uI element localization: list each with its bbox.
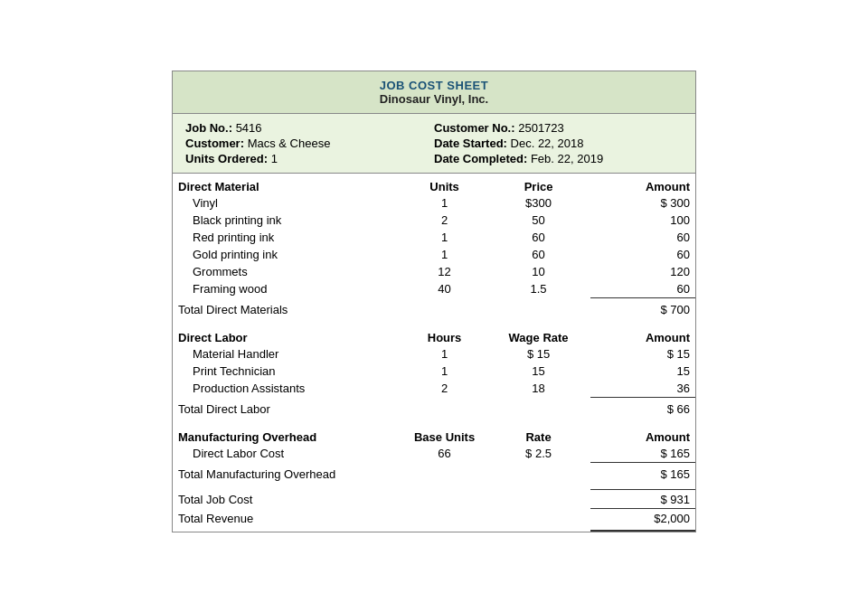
job-no-field: Job No.: 5416 bbox=[185, 121, 434, 135]
item-price: 1.5 bbox=[486, 280, 591, 298]
customer-value: Macs & Cheese bbox=[248, 137, 331, 150]
total-job-cost-row: Total Job Cost $ 931 bbox=[173, 490, 695, 509]
item-hours: 1 bbox=[402, 345, 486, 363]
direct-materials-header-row: Direct Material Units Price Amount bbox=[173, 174, 695, 194]
item-units: 40 bbox=[402, 280, 486, 298]
sheet-subtitle: Dinosaur Vinyl, Inc. bbox=[182, 92, 686, 106]
body-section: Direct Material Units Price Amount Vinyl… bbox=[173, 174, 695, 532]
dl-col-amount: Amount bbox=[590, 325, 695, 345]
item-units: 12 bbox=[402, 263, 486, 280]
total-dl-label: Total Direct Labor bbox=[173, 398, 402, 419]
date-completed-value: Feb. 22, 2019 bbox=[531, 152, 603, 165]
job-no-value: 5416 bbox=[236, 121, 262, 135]
date-started-field: Date Started: Dec. 22, 2018 bbox=[434, 137, 683, 150]
item-units: 1 bbox=[402, 229, 486, 246]
oh-col-amount: Amount bbox=[590, 424, 695, 445]
item-name: Print Technician bbox=[173, 363, 402, 380]
total-direct-materials-row: Total Direct Materials $ 700 bbox=[173, 298, 695, 320]
dl-col-wage: Wage Rate bbox=[486, 325, 591, 345]
date-started-label: Date Started: bbox=[434, 137, 507, 150]
item-units: 2 bbox=[402, 212, 486, 229]
total-oh-label: Total Manufacturing Overhead bbox=[173, 463, 402, 485]
item-amount: 36 bbox=[590, 380, 695, 398]
table-row: Production Assistants 2 18 36 bbox=[173, 380, 695, 398]
item-name: Framing wood bbox=[173, 280, 402, 298]
item-name: Grommets bbox=[173, 263, 402, 280]
table-row: Grommets 12 10 120 bbox=[173, 263, 695, 280]
item-wage: 15 bbox=[486, 363, 591, 380]
table-row: Print Technician 1 15 15 bbox=[173, 363, 695, 380]
table-row: Gold printing ink 1 60 60 bbox=[173, 246, 695, 263]
dm-section-label: Direct Material bbox=[173, 174, 402, 194]
oh-section-label: Manufacturing Overhead bbox=[173, 424, 402, 445]
item-amount: 60 bbox=[590, 229, 695, 246]
item-rate: $ 2.5 bbox=[486, 445, 591, 463]
units-ordered-field: Units Ordered: 1 bbox=[185, 152, 434, 165]
table-row: Framing wood 40 1.5 60 bbox=[173, 280, 695, 298]
item-amount: $ 15 bbox=[590, 345, 695, 363]
item-price: 10 bbox=[486, 263, 591, 280]
sheet-header: JOB COST SHEET Dinosaur Vinyl, Inc. bbox=[173, 71, 695, 114]
total-dm-amount: $ 700 bbox=[590, 298, 695, 320]
item-name: Gold printing ink bbox=[173, 246, 402, 263]
item-price: 60 bbox=[486, 246, 591, 263]
overhead-header-row: Manufacturing Overhead Base Units Rate A… bbox=[173, 424, 695, 445]
item-hours: 2 bbox=[402, 380, 486, 398]
item-price: $300 bbox=[486, 194, 591, 212]
item-amount: 120 bbox=[590, 263, 695, 280]
total-revenue-amount: $2,000 bbox=[590, 509, 695, 532]
customer-label: Customer: bbox=[185, 137, 244, 150]
item-amount: $ 165 bbox=[590, 445, 695, 463]
item-name: Material Handler bbox=[173, 345, 402, 363]
table-row: Material Handler 1 $ 15 $ 15 bbox=[173, 345, 695, 363]
job-cost-sheet: JOB COST SHEET Dinosaur Vinyl, Inc. Job … bbox=[172, 71, 696, 532]
units-ordered-label: Units Ordered: bbox=[185, 152, 268, 165]
total-job-cost-label: Total Job Cost bbox=[173, 490, 402, 509]
dl-section-label: Direct Labor bbox=[173, 325, 402, 345]
total-revenue-label: Total Revenue bbox=[173, 509, 402, 532]
table-row: Vinyl 1 $300 $ 300 bbox=[173, 194, 695, 212]
dm-col-price: Price bbox=[486, 174, 591, 194]
total-direct-labor-row: Total Direct Labor $ 66 bbox=[173, 398, 695, 419]
date-completed-label: Date Completed: bbox=[434, 152, 527, 165]
dl-col-hours: Hours bbox=[402, 325, 486, 345]
sheet-title: JOB COST SHEET bbox=[182, 79, 686, 92]
item-name: Production Assistants bbox=[173, 380, 402, 398]
date-started-value: Dec. 22, 2018 bbox=[511, 137, 584, 150]
units-ordered-value: 1 bbox=[271, 152, 278, 165]
table-row: Black printing ink 2 50 100 bbox=[173, 212, 695, 229]
item-amount: 15 bbox=[590, 363, 695, 380]
total-revenue-row: Total Revenue $2,000 bbox=[173, 509, 695, 532]
item-units: 1 bbox=[402, 246, 486, 263]
total-job-cost-amount: $ 931 bbox=[590, 490, 695, 509]
item-price: 50 bbox=[486, 212, 591, 229]
oh-col-rate: Rate bbox=[486, 424, 591, 445]
total-dm-label: Total Direct Materials bbox=[173, 298, 402, 320]
item-amount: 60 bbox=[590, 280, 695, 298]
item-name: Red printing ink bbox=[173, 229, 402, 246]
customer-field: Customer: Macs & Cheese bbox=[185, 137, 434, 150]
dm-col-amount: Amount bbox=[590, 174, 695, 194]
item-wage: $ 15 bbox=[486, 345, 591, 363]
cost-table: Direct Material Units Price Amount Vinyl… bbox=[173, 174, 695, 532]
total-dl-amount: $ 66 bbox=[590, 398, 695, 419]
total-oh-amount: $ 165 bbox=[590, 463, 695, 485]
total-overhead-row: Total Manufacturing Overhead $ 165 bbox=[173, 463, 695, 485]
customer-no-label: Customer No.: bbox=[434, 121, 515, 135]
dm-col-units: Units bbox=[402, 174, 486, 194]
direct-labor-header-row: Direct Labor Hours Wage Rate Amount bbox=[173, 325, 695, 345]
item-amount: 60 bbox=[590, 246, 695, 263]
item-amount: 100 bbox=[590, 212, 695, 229]
item-base: 66 bbox=[402, 445, 486, 463]
item-name: Direct Labor Cost bbox=[173, 445, 402, 463]
item-units: 1 bbox=[402, 194, 486, 212]
customer-no-value: 2501723 bbox=[518, 121, 564, 135]
item-wage: 18 bbox=[486, 380, 591, 398]
item-name: Black printing ink bbox=[173, 212, 402, 229]
item-name: Vinyl bbox=[173, 194, 402, 212]
oh-col-base: Base Units bbox=[402, 424, 486, 445]
table-row: Direct Labor Cost 66 $ 2.5 $ 165 bbox=[173, 445, 695, 463]
item-amount: $ 300 bbox=[590, 194, 695, 212]
job-no-label: Job No.: bbox=[185, 121, 232, 135]
item-price: 60 bbox=[486, 229, 591, 246]
